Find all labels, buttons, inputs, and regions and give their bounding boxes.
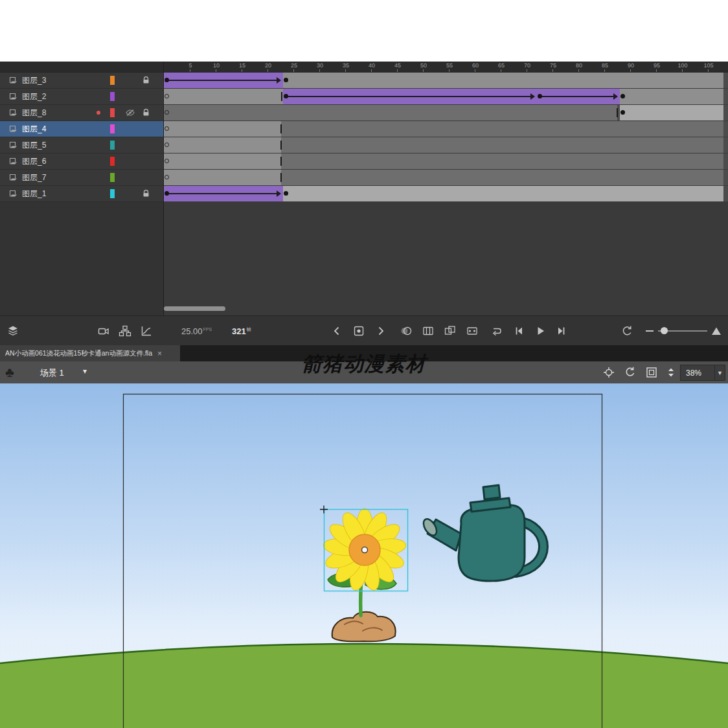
rotate-stage-icon[interactable] — [624, 366, 637, 379]
frame-span[interactable] — [164, 137, 281, 153]
timeline-frame-row[interactable] — [164, 154, 728, 170]
layer-type-icon — [9, 190, 17, 198]
onion-skin-icon[interactable] — [400, 324, 413, 337]
timeline-panel: 图层_3图层_2图层_8图层_4图层_5图层_6图层_7图层_1 5101520… — [0, 62, 728, 315]
center-stage-icon[interactable] — [602, 366, 615, 379]
frame-span[interactable] — [164, 105, 617, 120]
document-tab-title: AN小动画061浇花动画15秒卡通an动画源文件.fla — [5, 349, 152, 358]
clip-content-icon[interactable] — [645, 366, 658, 379]
current-frame-display[interactable]: 321帧 — [232, 326, 251, 336]
lock-icon[interactable] — [142, 190, 150, 198]
tween-span[interactable] — [283, 89, 537, 104]
span-end-mark — [617, 108, 618, 117]
layer-row[interactable]: 图层_2 — [0, 89, 163, 105]
fps-unit: FPS — [203, 327, 212, 332]
frame-span[interactable] — [164, 89, 283, 104]
frame-span[interactable] — [164, 121, 281, 137]
layer-row[interactable]: 图层_4 — [0, 121, 163, 137]
layer-color-swatch[interactable] — [110, 92, 115, 101]
layer-row[interactable]: 图层_5 — [0, 137, 163, 154]
timeline-frame-row[interactable] — [164, 105, 728, 121]
zoom-stepper[interactable] — [665, 366, 677, 379]
previous-keyframe-icon[interactable] — [330, 324, 343, 337]
timeline-frame-row[interactable] — [164, 137, 728, 154]
timeline-frame-row[interactable] — [164, 89, 728, 105]
timeline-frame-row[interactable] — [164, 73, 728, 89]
onion-skin-outlines-icon[interactable] — [422, 324, 435, 337]
tab-close-icon[interactable]: × — [157, 349, 162, 358]
loop-playback-icon[interactable] — [490, 324, 503, 337]
frame-span[interactable] — [281, 137, 723, 153]
tween-span[interactable] — [164, 73, 283, 88]
layer-name: 图层_2 — [22, 91, 46, 102]
stage-zoom-dropdown[interactable]: 38% ▼ — [680, 365, 725, 381]
transform-point[interactable] — [362, 547, 368, 553]
layer-color-swatch[interactable] — [110, 189, 115, 198]
hidden-eye-icon[interactable] — [126, 109, 135, 117]
step-forward-icon[interactable] — [555, 324, 568, 337]
zoom-in-frames-icon[interactable] — [710, 324, 723, 337]
reset-timeline-zoom-icon[interactable] — [620, 324, 633, 337]
layer-color-swatch[interactable] — [110, 124, 115, 133]
timeline-frame-row[interactable] — [164, 121, 728, 137]
frame-span[interactable] — [620, 105, 723, 120]
empty-keyframe-dot — [165, 126, 169, 131]
ruler-tick: 45 — [397, 62, 398, 72]
tween-span[interactable] — [537, 89, 620, 104]
fps-display[interactable]: 25.00FPS — [181, 326, 212, 336]
frame-range-icon[interactable] — [466, 324, 479, 337]
zoom-out-frames-icon[interactable] — [644, 324, 657, 337]
layer-depth-icon[interactable] — [6, 324, 19, 337]
watering-can-top-knob — [483, 485, 500, 499]
frame-span[interactable] — [283, 73, 723, 88]
layer-row[interactable]: 图层_7 — [0, 170, 163, 186]
layer-row[interactable]: 图层_1 — [0, 186, 163, 202]
ruler-tick: 35 — [345, 62, 346, 72]
layer-color-swatch[interactable] — [110, 76, 115, 85]
document-tab[interactable]: AN小动画061浇花动画15秒卡通an动画源文件.fla × — [0, 345, 180, 361]
graph-editor-icon[interactable] — [140, 324, 153, 337]
scene-chevron-down-icon[interactable]: ▾ — [83, 367, 87, 376]
frame-value: 321 — [232, 326, 246, 336]
timeline-horizontal-scrollbar[interactable] — [164, 306, 225, 311]
layer-row[interactable]: 图层_3 — [0, 73, 163, 89]
top-margin — [0, 0, 728, 62]
frame-span[interactable] — [281, 121, 723, 137]
empty-keyframe-dot — [165, 159, 169, 163]
scene-label[interactable]: 场景 1 — [40, 367, 64, 379]
layers-panel-header — [0, 62, 163, 73]
layer-color-swatch[interactable] — [110, 108, 115, 117]
frame-span[interactable] — [281, 170, 723, 185]
frame-span[interactable] — [281, 154, 723, 169]
play-icon[interactable] — [534, 324, 547, 337]
ruler-tick: 5 — [190, 62, 190, 72]
layer-row[interactable]: 图层_8 — [0, 105, 163, 121]
edit-multiple-frames-icon[interactable] — [444, 324, 457, 337]
stage-canvas[interactable] — [0, 383, 728, 728]
camera-icon[interactable] — [97, 324, 110, 337]
frame-span[interactable] — [164, 170, 281, 185]
frame-span[interactable] — [164, 154, 281, 169]
timeline-toolbar: 25.00FPS 321帧 — [0, 315, 728, 347]
layer-color-swatch[interactable] — [110, 157, 115, 166]
animate-application-window: 图层_3图层_2图层_8图层_4图层_5图层_6图层_7图层_1 5101520… — [0, 0, 728, 728]
hierarchy-icon[interactable] — [119, 324, 131, 337]
layer-row[interactable]: 图层_6 — [0, 154, 163, 170]
timeline-ruler[interactable]: 5101520253035404550556065707580859095100… — [164, 62, 728, 73]
frame-span[interactable] — [283, 186, 723, 201]
timeline-frame-row[interactable] — [164, 170, 728, 186]
next-keyframe-icon[interactable] — [374, 324, 387, 337]
ruler-tick: 60 — [475, 62, 475, 72]
frame-span[interactable] — [620, 89, 723, 104]
layer-type-icon — [9, 109, 17, 117]
lock-icon[interactable] — [142, 109, 150, 117]
tween-span[interactable] — [164, 186, 283, 201]
lock-icon[interactable] — [142, 76, 150, 84]
layer-color-swatch[interactable] — [110, 141, 115, 150]
layer-type-icon — [9, 157, 17, 165]
timeline-zoom-slider-knob[interactable] — [661, 327, 668, 334]
timeline-frame-row[interactable] — [164, 186, 728, 202]
insert-keyframe-icon[interactable] — [352, 324, 365, 337]
step-back-icon[interactable] — [512, 324, 525, 337]
layer-color-swatch[interactable] — [110, 173, 115, 182]
